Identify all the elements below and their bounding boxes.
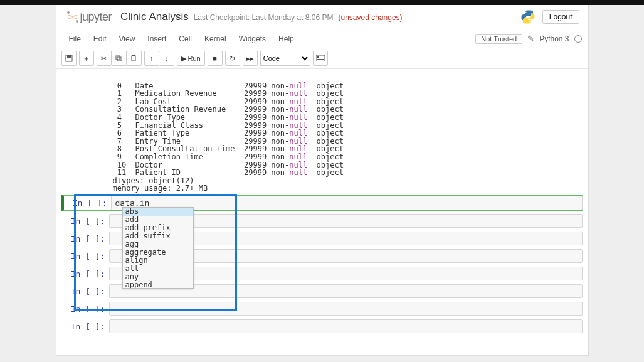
prompt: In [ ]: bbox=[64, 196, 111, 210]
run-label: Run bbox=[188, 55, 201, 62]
toolbar: ＋ ✂ ↑ ↓ ▶ Run ■ ↻ ▸▸ Code bbox=[56, 48, 588, 69]
menu-edit[interactable]: Edit bbox=[87, 35, 113, 43]
cell-type-select[interactable]: Code bbox=[260, 51, 310, 66]
svg-rect-9 bbox=[132, 55, 135, 56]
prompt: In [ ]: bbox=[62, 302, 109, 316]
menu-kernel[interactable]: Kernel bbox=[198, 35, 233, 43]
autocomplete-popup[interactable]: absaddadd_prefixadd_suffixaggaggregateal… bbox=[122, 207, 194, 289]
autocomplete-item[interactable]: append bbox=[123, 281, 193, 289]
prompt: In [ ]: bbox=[62, 232, 109, 245]
output-dataframe-info: --- ------ -------------- ------ 0 Date … bbox=[56, 74, 588, 193]
code-content: data.in bbox=[115, 198, 150, 208]
menu-insert[interactable]: Insert bbox=[141, 35, 172, 43]
kernel-name[interactable]: Python 3 bbox=[539, 35, 569, 43]
jupyter-logo-text: jupyter bbox=[80, 11, 112, 24]
svg-rect-11 bbox=[317, 56, 319, 58]
code-input[interactable] bbox=[109, 319, 583, 333]
insert-cell-button[interactable]: ＋ bbox=[79, 51, 94, 66]
cut-button[interactable]: ✂ bbox=[97, 51, 112, 66]
prompt: In [ ]: bbox=[62, 319, 109, 333]
notebook-title[interactable]: Clinic Analysis bbox=[120, 11, 189, 23]
command-palette-button[interactable] bbox=[313, 51, 328, 66]
svg-point-0 bbox=[67, 11, 70, 14]
menu-cell[interactable]: Cell bbox=[172, 35, 198, 43]
jupyter-logo-icon bbox=[65, 9, 80, 24]
python-logo-icon bbox=[520, 9, 536, 25]
svg-point-2 bbox=[525, 11, 527, 13]
logout-button[interactable]: Logout bbox=[542, 10, 579, 24]
move-up-button[interactable]: ↑ bbox=[144, 51, 159, 66]
jupyter-logo[interactable]: jupyter bbox=[65, 9, 112, 24]
menu-help[interactable]: Help bbox=[272, 35, 300, 43]
svg-rect-7 bbox=[117, 57, 121, 61]
svg-rect-5 bbox=[67, 55, 71, 58]
save-button[interactable] bbox=[61, 51, 77, 66]
code-cell-empty: In [ ]: bbox=[61, 319, 583, 334]
menu-file[interactable]: File bbox=[63, 35, 87, 43]
restart-run-button[interactable]: ▸▸ bbox=[243, 51, 258, 66]
svg-rect-12 bbox=[317, 59, 324, 60]
prompt: In [ ]: bbox=[62, 249, 109, 263]
header-bar: jupyter Clinic Analysis Last Checkpoint:… bbox=[56, 5, 588, 29]
svg-point-1 bbox=[76, 20, 78, 23]
paste-button[interactable] bbox=[127, 51, 142, 66]
copy-button[interactable] bbox=[112, 51, 127, 66]
unsaved-indicator: (unsaved changes) bbox=[338, 13, 402, 22]
menu-bar: File Edit View Insert Cell Kernel Widget… bbox=[56, 29, 588, 48]
checkpoint-text: Last Checkpoint: Last Monday at 8:06 PM bbox=[194, 13, 334, 22]
restart-button[interactable]: ↻ bbox=[225, 51, 240, 66]
svg-rect-6 bbox=[116, 56, 120, 60]
run-button[interactable]: ▶ Run bbox=[177, 51, 205, 66]
notebook-area: --- ------ -------------- ------ 0 Date … bbox=[56, 69, 588, 355]
edit-mode-icon: ✎ bbox=[527, 34, 534, 43]
code-input[interactable] bbox=[109, 302, 583, 316]
menu-widgets[interactable]: Widgets bbox=[233, 35, 272, 43]
interrupt-button[interactable]: ■ bbox=[208, 51, 223, 66]
svg-rect-10 bbox=[316, 55, 325, 61]
svg-rect-8 bbox=[132, 56, 135, 61]
kernel-indicator-icon bbox=[574, 35, 582, 43]
move-down-button[interactable]: ↓ bbox=[159, 51, 174, 66]
text-cursor-icon bbox=[256, 200, 256, 208]
jupyter-app: jupyter Clinic Analysis Last Checkpoint:… bbox=[56, 5, 589, 356]
prompt: In [ ]: bbox=[62, 284, 109, 298]
prompt: In [ ]: bbox=[62, 267, 109, 280]
code-cell-empty: In [ ]: bbox=[61, 301, 583, 316]
menu-view[interactable]: View bbox=[113, 35, 142, 43]
trusted-badge[interactable]: Not Trusted bbox=[475, 34, 522, 44]
svg-point-3 bbox=[529, 21, 531, 23]
prompt: In [ ]: bbox=[62, 214, 109, 228]
browser-chrome bbox=[0, 0, 644, 5]
